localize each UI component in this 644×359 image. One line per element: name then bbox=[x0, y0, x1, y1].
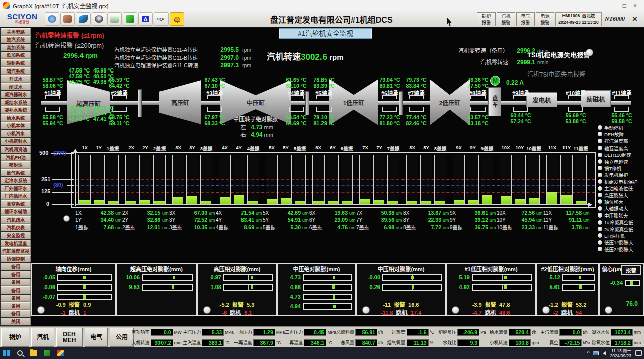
vibration-bar bbox=[327, 155, 339, 205]
refresh-icon[interactable] bbox=[45, 12, 59, 26]
sidebar-item-厂内循环水[interactable]: 厂内循环水 bbox=[1, 192, 31, 200]
file-explorer-button[interactable] bbox=[29, 349, 38, 357]
sidebar-item-小机密封水[interactable]: 小机密封水 bbox=[1, 138, 31, 146]
alarm-button-锅炉[interactable]: 锅炉报警 bbox=[477, 12, 496, 26]
sidebar-item-关闭[interactable]: 关闭 bbox=[1, 318, 31, 325]
sidebar-item-备用[interactable]: 备用 bbox=[1, 286, 31, 294]
panel-value: 0.26 bbox=[359, 284, 380, 290]
minimize-button[interactable]: – bbox=[612, 3, 616, 9]
sciyon-logo: SCIYON 科远智慧 bbox=[0, 14, 44, 25]
sidebar-item-备用[interactable]: 备用 bbox=[1, 279, 31, 286]
sidebar-item-低加系统[interactable]: 低加系统 bbox=[1, 52, 31, 59]
sidebar-item-高加系统[interactable]: 高加系统 bbox=[1, 44, 31, 51]
trip-item-主油箱液位低: 主油箱液位低 bbox=[598, 185, 644, 192]
panel-value: 1.08 bbox=[200, 284, 221, 290]
alarm-button-电源[interactable]: 电源报警 bbox=[536, 12, 554, 26]
green-app-button[interactable] bbox=[43, 349, 51, 357]
sidebar-item-汽机EH油[interactable]: 汽机EH油 bbox=[1, 154, 31, 161]
trip-label: 1#冷凝真空低 bbox=[604, 219, 633, 226]
sidebar-item-备用[interactable]: 备用 bbox=[1, 271, 31, 278]
trip-lamp bbox=[598, 206, 602, 211]
alarm-button-汽机[interactable]: 汽机报警 bbox=[497, 12, 515, 26]
volume-icon[interactable] bbox=[603, 351, 606, 355]
sidebar-item-闭式水[interactable]: 闭式水 bbox=[1, 83, 31, 91]
taskbar-search-icon[interactable] bbox=[16, 349, 24, 357]
ip-expansion-left: 左 4.73 mm bbox=[240, 123, 273, 131]
operator-icon[interactable] bbox=[92, 12, 106, 26]
report-icon[interactable] bbox=[107, 12, 122, 26]
sidebar-item-开式水[interactable]: 开式水 bbox=[1, 75, 31, 83]
sidebar-item-备用[interactable]: 备用 bbox=[1, 263, 31, 270]
sidebar-item-主再旁路[interactable]: 主再旁路 bbox=[1, 28, 31, 36]
sidebar-item-备用[interactable]: 备用 bbox=[1, 302, 31, 310]
sidebar-item-辅汽系统[interactable]: 辅汽系统 bbox=[1, 67, 31, 75]
sidebar-item-汽缸温度监视[interactable]: 汽缸温度监视 bbox=[1, 247, 31, 255]
sql-icon[interactable]: SQL bbox=[154, 12, 169, 26]
maximize-button[interactable]: □ bbox=[623, 3, 626, 9]
network-icon[interactable] bbox=[76, 12, 91, 26]
close-button[interactable]: × bbox=[633, 3, 637, 9]
taskbar-clock[interactable]: 11:13 周一 2024/09/23 bbox=[610, 348, 631, 358]
sidebar-item-汽机疏水[interactable]: 汽机疏水 bbox=[1, 216, 31, 224]
sidebar-item-抽汽系统[interactable]: 抽汽系统 bbox=[1, 36, 31, 44]
sidebar-item-汽机仪表[interactable]: 汽机仪表 bbox=[1, 224, 31, 232]
sidebar-item-循环水辅助[interactable]: 循环水辅助 bbox=[1, 208, 31, 216]
alarm-bell-icon[interactable] bbox=[170, 12, 184, 26]
tray-expand-icon[interactable]: ^ bbox=[587, 350, 590, 356]
sidebar-item-备用[interactable]: 备用 bbox=[1, 310, 31, 318]
graphx-app-button[interactable] bbox=[56, 349, 65, 357]
panel-高压相对膨胀(mm): 高压相对膨胀(mm)0.971.08-5.2 报警 5.3-6 跳机 6.1 bbox=[197, 263, 277, 316]
bar-value-row: 4盖振8.69um bbox=[216, 223, 264, 231]
bar-fill bbox=[482, 195, 492, 204]
trip-item-锅T停机: 锅T停机 bbox=[598, 165, 644, 171]
sidebar-item-氮气系统[interactable]: 氮气系统 bbox=[1, 169, 31, 177]
panel-slider bbox=[303, 294, 352, 300]
alarm-button-电气[interactable]: 电气报警 bbox=[516, 12, 535, 26]
bar-value-label: 2盖振 bbox=[122, 223, 139, 231]
eccentric-alarm-button[interactable]: 报警 bbox=[621, 265, 641, 275]
reading-value: 367.9 bbox=[253, 339, 275, 346]
nav-button-DEH-MEH[interactable]: DEH MEH bbox=[56, 328, 83, 347]
ip-expansion-title: 中压转子绝对膨胀 bbox=[233, 115, 278, 123]
sidebar-item-给水系统[interactable]: 给水系统 bbox=[1, 114, 31, 122]
bar-value-label: 11X bbox=[543, 210, 560, 216]
sidebar-item-发电机温度[interactable]: 发电机温度 bbox=[1, 240, 31, 247]
notification-center-icon[interactable] bbox=[635, 350, 642, 356]
sidebar-item-汽机润滑油[interactable]: 汽机润滑油 bbox=[1, 146, 31, 153]
print-icon[interactable] bbox=[60, 12, 75, 26]
sidebar-item-轴封系统[interactable]: 轴封系统 bbox=[1, 59, 31, 67]
cards-icon[interactable] bbox=[123, 12, 137, 26]
sidebar-item-厂外循环水[interactable]: 厂外循环水 bbox=[1, 185, 31, 192]
sidebar-item-密封油[interactable]: 密封油 bbox=[1, 161, 31, 169]
bar-fill bbox=[454, 200, 464, 204]
bar-fill bbox=[515, 199, 525, 204]
graphx-app-icon bbox=[57, 350, 64, 356]
start-button[interactable] bbox=[2, 349, 11, 357]
sidebar-item-小机本体[interactable]: 小机本体 bbox=[1, 122, 31, 130]
system-tray: ^ 11:13 周一 2024/09/23 bbox=[587, 348, 642, 358]
sidebar-item-安全监视[interactable]: 安全监视 bbox=[1, 232, 31, 239]
panel-alarm-limits: -11 报警 16.6 bbox=[357, 300, 445, 308]
bearing-temp-top: 67.43 °C bbox=[194, 77, 236, 83]
vibration-bar bbox=[172, 155, 184, 205]
sidebar-item-凝结水系统[interactable]: 凝结水系统 bbox=[1, 99, 31, 106]
slider-tick bbox=[251, 276, 253, 279]
bearing-temp-bottom: 60.44 °C bbox=[500, 112, 542, 118]
sidebar-item-定冷水系统[interactable]: 定冷水系统 bbox=[1, 177, 31, 184]
sidebar-item-凝汽器疏水[interactable]: 凝汽器疏水 bbox=[1, 91, 31, 98]
nav-button-电气[interactable]: 电气 bbox=[85, 328, 108, 347]
panel-偏心(μm): 偏心(μm)报警-0.3476.0 bbox=[599, 263, 644, 316]
sidebar-item-真空系统[interactable]: 真空系统 bbox=[1, 200, 31, 208]
sidebar-item-凝补水系统[interactable]: 凝补水系统 bbox=[1, 106, 31, 114]
nav-button-公用[interactable]: 公用 bbox=[110, 328, 134, 347]
font-icon[interactable]: A bbox=[138, 12, 153, 26]
bar-value-label: 10Y bbox=[497, 217, 514, 223]
sidebar-item-备用[interactable]: 备用 bbox=[1, 295, 31, 302]
sidebar-item-协调控制[interactable]: 协调控制 bbox=[1, 255, 31, 263]
nav-button-汽机[interactable]: 汽机 bbox=[31, 328, 54, 347]
slider-tick bbox=[172, 285, 174, 289]
toolbar-close-button[interactable]: × bbox=[629, 13, 641, 25]
reading-label: 大机转速 bbox=[132, 339, 150, 346]
sidebar-item-小机汽水[interactable]: 小机汽水 bbox=[1, 130, 31, 137]
nav-button-锅炉[interactable]: 锅炉 bbox=[1, 328, 29, 347]
